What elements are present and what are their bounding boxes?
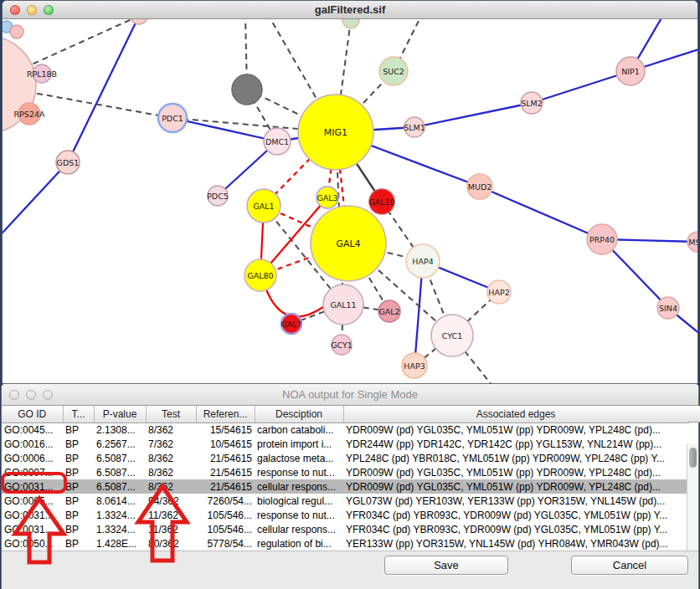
noa-footer: Save Cancel [2,551,698,589]
cell-reference: 10/54615 [196,437,255,451]
scrollbar-thumb[interactable] [689,448,697,468]
cell-reference: 105/546... [196,522,255,536]
node-GAL11[interactable] [323,284,363,325]
table-row[interactable]: GO:0006...BP6.5087...8/36221/54615galact… [2,451,688,465]
cell-edges: YER133W (pp) YOR315W, YNL145W (pd) YHR08… [343,536,688,551]
cell-description: cellular respons... [255,522,343,536]
network-graph: RPL18BRPS24AGDS1PDC1PDC5DMC1MIG1SUC2SLM1… [3,19,697,383]
table-row[interactable]: GO:0031...BP1.3324...11/362105/546...res… [2,508,688,522]
column-header-p-value[interactable]: P-value [94,406,146,423]
cell-test: 80/362 [146,536,196,551]
column-header-associated-edges[interactable]: Associated edges [343,406,688,423]
edge-GDS1-x [3,162,68,243]
cell-test: 11/362 [146,522,196,536]
cell-description: response to nut... [255,465,343,479]
table-row[interactable]: GO:0007...BP6.5087...8/36221/54615respon… [2,465,688,479]
cell-test: 7/362 [146,437,196,451]
cell-goid: GO:0016... [2,437,63,451]
table-row[interactable]: GO:0045...BP2.1308...8/36215/54615carbon… [2,423,688,437]
cell-goid: GO:0031... [2,508,63,522]
cell-pvalue: 1.428E... [94,536,146,551]
node-RPL18B[interactable] [33,64,51,83]
cell-test: 94/362 [146,494,196,508]
node-HAP2[interactable] [487,280,511,304]
cell-test: 8/362 [146,451,196,465]
table-row[interactable]: GO:0065...BP8.0614...94/3627260/54...bio… [2,494,688,508]
node-SLM1[interactable] [404,117,425,137]
noa-output-window: NOA output for Single Mode GO IDT...P-va… [1,383,699,589]
cell-test: 8/362 [146,423,196,437]
network-canvas[interactable]: RPL18BRPS24AGDS1PDC1PDC5DMC1MIG1SUC2SLM1… [3,19,697,383]
node-SIN4[interactable] [657,297,679,319]
node-MUD2[interactable] [467,174,492,199]
cell-pvalue: 1.3324... [94,508,146,522]
node-PDC5[interactable] [208,186,228,206]
table-row[interactable]: GO:0050...BP1.428E...80/3625778/54...reg… [2,536,688,551]
node-GCY1[interactable] [332,335,352,355]
column-header-go-id[interactable]: GO ID [2,406,63,423]
column-header-test[interactable]: Test [146,406,196,423]
cell-description: protein import i... [255,437,343,451]
cell-goid: GO:0031... [2,522,63,536]
node-DMC1[interactable] [264,128,291,155]
graph-window-titlebar[interactable]: galFiltered.sif [3,1,697,19]
node-GAL80[interactable] [244,259,276,291]
node-SUC2[interactable] [379,57,408,85]
column-header-referen-[interactable]: Referen... [196,406,255,423]
node-GAL2[interactable] [378,300,400,322]
cell-pvalue: 8.0614... [94,494,146,508]
cell-goid: GO:0065... [2,494,63,508]
cell-type: BP [63,437,94,451]
cell-description: regulation of bi... [255,536,343,551]
column-header-desciption[interactable]: Desciption [255,406,343,423]
node-MSN[interactable] [687,232,697,252]
cell-type: BP [63,508,94,522]
graph-window: galFiltered.sif RPL18BRPS24AGDS1PDC1PDC5… [2,0,698,383]
node-GAL7[interactable] [281,314,301,334]
cell-goid: GO:0031... [2,479,63,494]
cell-description: response to nut... [255,508,343,522]
save-button[interactable]: Save [384,556,508,575]
noa-results-table: GO IDT...P-valueTestReferen...Desciption… [2,406,698,551]
node-SLM2[interactable] [521,92,543,114]
cell-description: cellular respons... [255,479,343,494]
cell-edges: YFR034C (pd) YBR093C, YDR009W (pd) YGL03… [343,508,688,522]
node-greencut[interactable] [342,19,359,28]
node-MIG1[interactable] [298,95,373,170]
cell-edges: YDR009W (pd) YGL035C, YML051W (pp) YDR00… [343,465,688,479]
node-GAL3[interactable] [317,187,338,208]
node-HAP3[interactable] [402,353,427,378]
node-GDS1[interactable] [56,151,80,174]
cell-goid: GO:0045... [2,423,63,437]
cell-test: 8/362 [146,465,196,479]
cell-edges: YPL248C (pd) YBR018C, YML051W (pp) YDR00… [343,451,688,465]
cancel-button[interactable]: Cancel [571,556,688,575]
node-RPS24A[interactable] [18,103,40,125]
table-row[interactable]: GO:0016...BP6.2567...7/36210/54615protei… [2,437,688,451]
table-row[interactable]: GO:0031...BP1.3324...11/362105/546...cel… [2,522,688,536]
cell-type: BP [63,451,94,465]
node-pinkcut[interactable] [131,19,147,24]
node-GAL4[interactable] [311,206,386,281]
node-NIP1[interactable] [616,57,645,85]
node-GAL10[interactable] [369,189,394,214]
cell-edges: YDR244W (pp) YDR142C, YDR142C (pp) YGL15… [343,437,688,451]
column-header-t-[interactable]: T... [63,406,94,423]
node-PRP40[interactable] [587,224,617,254]
node-cuttop2[interactable] [10,25,23,38]
node-PDC1[interactable] [158,104,187,132]
node-GAL1[interactable] [247,189,281,223]
cell-pvalue: 1.3324... [94,522,146,536]
cell-test: 8/362 [146,479,196,494]
noa-window-titlebar[interactable]: NOA output for Single Mode [2,384,698,406]
cell-reference: 105/546... [196,508,255,522]
node-CYC1[interactable] [431,315,473,356]
node-HAP4[interactable] [406,244,440,278]
cell-description: carbon cataboli... [255,423,343,437]
cell-goid: GO:0006... [2,451,63,465]
cell-reference: 15/54615 [196,423,255,437]
table-row[interactable]: GO:0031...BP6.5087...8/36221/54615cellul… [2,479,688,494]
node-gray1[interactable] [232,74,262,105]
cell-reference: 5778/54... [196,536,255,551]
cell-type: BP [63,465,94,479]
